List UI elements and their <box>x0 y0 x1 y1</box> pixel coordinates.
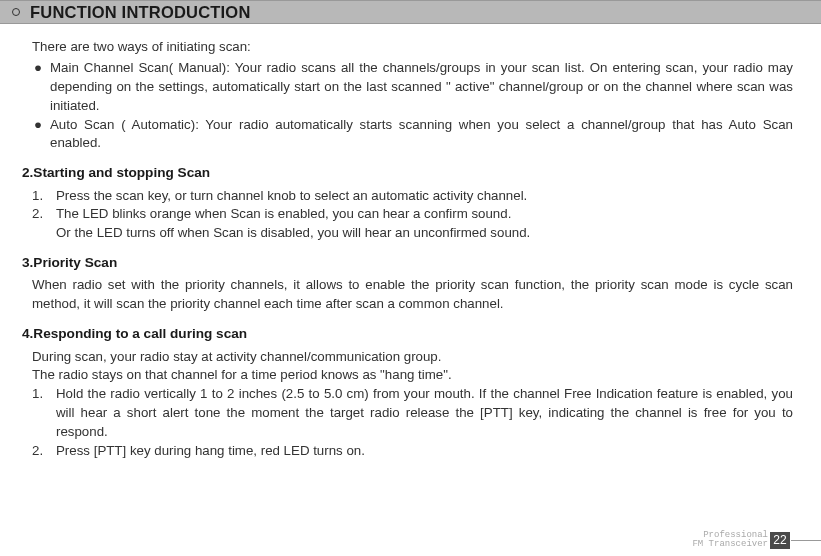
list-item: ● Auto Scan ( Automatic): Your radio aut… <box>32 116 793 154</box>
bullet-text: Auto Scan ( Automatic): Your radio autom… <box>50 116 793 154</box>
item-text: Press the scan key, or turn channel knob… <box>56 187 793 206</box>
numbered-list: 1. Press the scan key, or turn channel k… <box>32 187 793 244</box>
item-text: Press [PTT] key during hang time, red LE… <box>56 442 793 461</box>
list-item-continuation: Or the LED turns off when Scan is disabl… <box>32 224 793 243</box>
item-number: 1. <box>32 187 56 206</box>
item-number: 2. <box>32 205 56 224</box>
section-heading: 2.Starting and stopping Scan <box>22 163 793 182</box>
paragraph: The radio stays on that channel for a ti… <box>32 366 793 385</box>
page-number: 22 <box>770 532 790 549</box>
header-title: FUNCTION INTRODUCTION <box>30 3 251 22</box>
bullet-icon: ● <box>32 59 50 116</box>
paragraph: During scan, your radio stay at activity… <box>32 348 793 367</box>
item-text: Or the LED turns off when Scan is disabl… <box>56 224 793 243</box>
bullet-icon: ● <box>32 116 50 154</box>
list-item: 1. Hold the radio vertically 1 to 2 inch… <box>32 385 793 442</box>
content-area: There are two ways of initiating scan: ●… <box>0 24 821 461</box>
intro-text: There are two ways of initiating scan: <box>32 38 793 57</box>
list-item: 2. Press [PTT] key during hang time, red… <box>32 442 793 461</box>
section-header: FUNCTION INTRODUCTION <box>0 0 821 24</box>
paragraph: When radio set with the priority channel… <box>32 276 793 314</box>
section-heading: 4.Responding to a call during scan <box>22 324 793 343</box>
footer-line2: FM Transceiver <box>692 540 768 549</box>
page-footer: Professional FM Transceiver 22 <box>692 530 821 550</box>
list-item: ● Main Channel Scan( Manual): Your radio… <box>32 59 793 116</box>
section-heading: 3.Priority Scan <box>22 253 793 272</box>
bullet-list: ● Main Channel Scan( Manual): Your radio… <box>32 59 793 153</box>
list-item: 2. The LED blinks orange when Scan is en… <box>32 205 793 224</box>
numbered-list: 1. Hold the radio vertically 1 to 2 inch… <box>32 385 793 461</box>
footer-divider <box>791 540 821 541</box>
bullet-text: Main Channel Scan( Manual): Your radio s… <box>50 59 793 116</box>
header-bullet-icon <box>12 8 20 16</box>
list-item: 1. Press the scan key, or turn channel k… <box>32 187 793 206</box>
footer-label: Professional FM Transceiver <box>692 531 768 550</box>
item-number: 2. <box>32 442 56 461</box>
item-text: The LED blinks orange when Scan is enabl… <box>56 205 793 224</box>
item-number: 1. <box>32 385 56 442</box>
item-text: Hold the radio vertically 1 to 2 inches … <box>56 385 793 442</box>
